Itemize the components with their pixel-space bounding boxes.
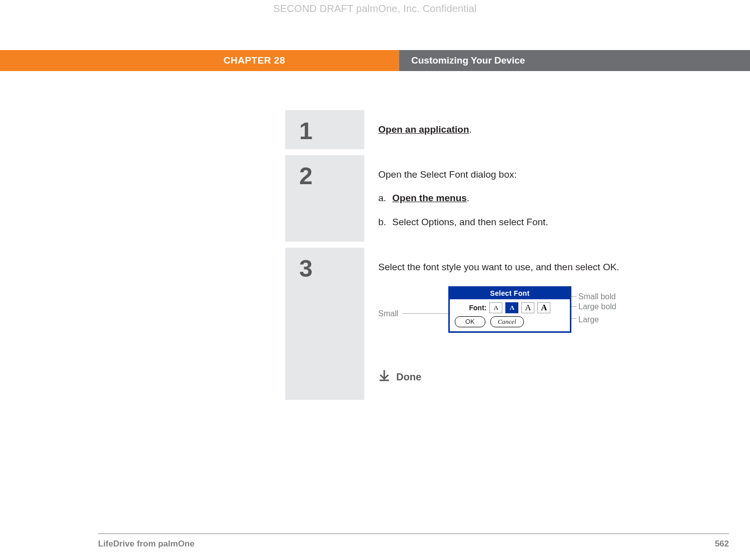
callout-large-bold: Large bold (578, 301, 616, 312)
select-font-dialog: Select Font Font: A A A A OK Cancel (448, 286, 571, 333)
font-label: Font: (469, 303, 487, 313)
text: . (469, 124, 472, 135)
callout-small: Small (378, 308, 398, 319)
open-menus-link[interactable]: Open the menus (392, 193, 467, 203)
done-label: Done (396, 370, 421, 384)
chapter-bar: CHAPTER 28 Customizing Your Device (0, 50, 750, 71)
watermark: SECOND DRAFT palmOne, Inc. Confidential (0, 3, 750, 15)
step-number: 3 (285, 248, 364, 400)
font-option-small[interactable]: A (489, 302, 502, 313)
step-3-text: Select the font style you want to use, a… (378, 261, 736, 274)
callout-large: Large (578, 314, 599, 325)
callout-small-bold: Small bold (578, 291, 616, 302)
step-number: 1 (285, 110, 364, 149)
step-1: 1 Open an application. (285, 110, 750, 149)
font-option-small-bold[interactable]: A (505, 302, 518, 313)
ok-button[interactable]: OK (455, 316, 485, 327)
open-application-link[interactable]: Open an application (378, 124, 469, 135)
footer-rule (98, 533, 729, 534)
font-option-large[interactable]: A (521, 302, 534, 313)
leader-line (402, 313, 452, 314)
cancel-button[interactable]: Cancel (490, 316, 524, 327)
text: . (467, 193, 469, 203)
step-number: 2 (285, 155, 364, 242)
chapter-title: Customizing Your Device (399, 50, 750, 71)
step-2-intro: Open the Select Font dialog box: (378, 168, 736, 181)
page-number: 562 (715, 539, 729, 549)
step-2b-text: Select Options, and then select Font. (392, 216, 548, 229)
chapter-label: CHAPTER 28 (0, 50, 399, 71)
footer-product: LifeDrive from palmOne (98, 539, 195, 549)
list-label-a: a. (378, 192, 392, 205)
font-option-large-bold[interactable]: A (537, 302, 550, 313)
step-3: 3 Select the font style you want to use,… (285, 248, 750, 400)
step-2: 2 Open the Select Font dialog box: a. Op… (285, 155, 750, 242)
list-label-b: b. (378, 216, 392, 229)
done-icon (378, 369, 390, 385)
dialog-title: Select Font (450, 288, 570, 299)
